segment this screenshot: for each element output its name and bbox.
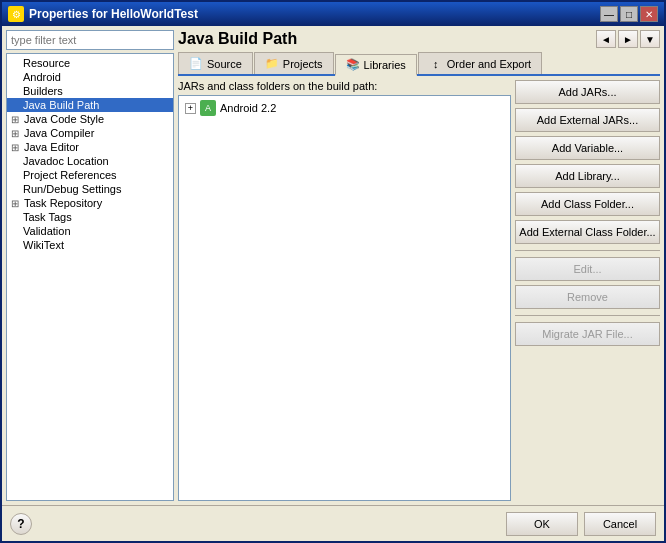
window-body: Resource Android Builders Java Build Pat… <box>2 26 664 505</box>
tab-libraries[interactable]: 📚 Libraries <box>335 54 417 76</box>
left-panel: Resource Android Builders Java Build Pat… <box>6 30 174 501</box>
add-library-button[interactable]: Add Library... <box>515 164 660 188</box>
add-external-jars-button[interactable]: Add External JARs... <box>515 108 660 132</box>
buttons-separator <box>515 250 660 251</box>
tree-item-java-build-path[interactable]: Java Build Path <box>7 98 173 112</box>
main-window: ⚙ Properties for HelloWorldTest — □ ✕ Re… <box>0 0 666 543</box>
list-item-android[interactable]: + A Android 2.2 <box>181 98 508 118</box>
bottom-right-buttons: OK Cancel <box>506 512 656 536</box>
expand-icon: ⊞ <box>11 114 22 125</box>
buttons-panel: Add JARs... Add External JARs... Add Var… <box>515 80 660 501</box>
android-item-label: Android 2.2 <box>220 102 276 114</box>
tree-item-java-compiler[interactable]: ⊞Java Compiler <box>7 126 173 140</box>
tab-order-label: Order and Export <box>447 58 531 70</box>
tree-item-run-debug-settings[interactable]: Run/Debug Settings <box>7 182 173 196</box>
tree-item-java-editor[interactable]: ⊞Java Editor <box>7 140 173 154</box>
order-tab-icon: ↕ <box>429 57 443 71</box>
close-button[interactable]: ✕ <box>640 6 658 22</box>
window-icon: ⚙ <box>8 6 24 22</box>
libraries-list[interactable]: + A Android 2.2 <box>178 95 511 501</box>
filter-input[interactable] <box>6 30 174 50</box>
remove-button[interactable]: Remove <box>515 285 660 309</box>
tree-panel: Resource Android Builders Java Build Pat… <box>6 53 174 501</box>
title-bar-left: ⚙ Properties for HelloWorldTest <box>8 6 198 22</box>
buttons-separator-2 <box>515 315 660 316</box>
tree-item-java-code-style[interactable]: ⊞Java Code Style <box>7 112 173 126</box>
nav-arrows: ◄ ► ▼ <box>596 30 660 48</box>
title-bar: ⚙ Properties for HelloWorldTest — □ ✕ <box>2 2 664 26</box>
cancel-button[interactable]: Cancel <box>584 512 656 536</box>
tab-projects[interactable]: 📁 Projects <box>254 52 334 74</box>
minimize-button[interactable]: — <box>600 6 618 22</box>
expand-icon: ⊞ <box>11 128 22 139</box>
maximize-button[interactable]: □ <box>620 6 638 22</box>
add-jars-button[interactable]: Add JARs... <box>515 80 660 104</box>
tree-item-resource[interactable]: Resource <box>7 56 173 70</box>
migrate-jar-file-button[interactable]: Migrate JAR File... <box>515 322 660 346</box>
content-area: JARs and class folders on the build path… <box>178 80 660 501</box>
tree-item-validation[interactable]: Validation <box>7 224 173 238</box>
tree-item-task-repository[interactable]: ⊞Task Repository <box>7 196 173 210</box>
tabs-container: 📄 Source 📁 Projects 📚 Libraries ↕ Order … <box>178 52 660 76</box>
expand-android-button[interactable]: + <box>185 103 196 114</box>
list-label: JARs and class folders on the build path… <box>178 80 511 92</box>
right-header: Java Build Path ◄ ► ▼ <box>178 30 660 48</box>
expand-icon: ⊞ <box>11 142 22 153</box>
nav-dropdown-button[interactable]: ▼ <box>640 30 660 48</box>
source-tab-icon: 📄 <box>189 57 203 71</box>
tab-libraries-label: Libraries <box>364 59 406 71</box>
ok-button[interactable]: OK <box>506 512 578 536</box>
tree-item-task-tags[interactable]: Task Tags <box>7 210 173 224</box>
tab-order-and-export[interactable]: ↕ Order and Export <box>418 52 542 74</box>
edit-button[interactable]: Edit... <box>515 257 660 281</box>
list-section: JARs and class folders on the build path… <box>178 80 511 501</box>
tree-item-android[interactable]: Android <box>7 70 173 84</box>
add-class-folder-button[interactable]: Add Class Folder... <box>515 192 660 216</box>
right-panel: Java Build Path ◄ ► ▼ 📄 Source 📁 Project… <box>178 30 660 501</box>
projects-tab-icon: 📁 <box>265 57 279 71</box>
bottom-bar: ? OK Cancel <box>2 505 664 541</box>
tab-source-label: Source <box>207 58 242 70</box>
forward-button[interactable]: ► <box>618 30 638 48</box>
title-buttons: — □ ✕ <box>600 6 658 22</box>
back-button[interactable]: ◄ <box>596 30 616 48</box>
tree-item-javadoc-location[interactable]: Javadoc Location <box>7 154 173 168</box>
android-icon: A <box>200 100 216 116</box>
add-external-class-folder-button[interactable]: Add External Class Folder... <box>515 220 660 244</box>
tree-item-wikitext[interactable]: WikiText <box>7 238 173 252</box>
libraries-tab-icon: 📚 <box>346 58 360 72</box>
panel-title: Java Build Path <box>178 30 297 48</box>
add-variable-button[interactable]: Add Variable... <box>515 136 660 160</box>
tab-source[interactable]: 📄 Source <box>178 52 253 74</box>
tree-item-builders[interactable]: Builders <box>7 84 173 98</box>
help-button[interactable]: ? <box>10 513 32 535</box>
expand-icon: ⊞ <box>11 198 22 209</box>
window-title: Properties for HelloWorldTest <box>29 7 198 21</box>
tab-projects-label: Projects <box>283 58 323 70</box>
tree-item-project-references[interactable]: Project References <box>7 168 173 182</box>
